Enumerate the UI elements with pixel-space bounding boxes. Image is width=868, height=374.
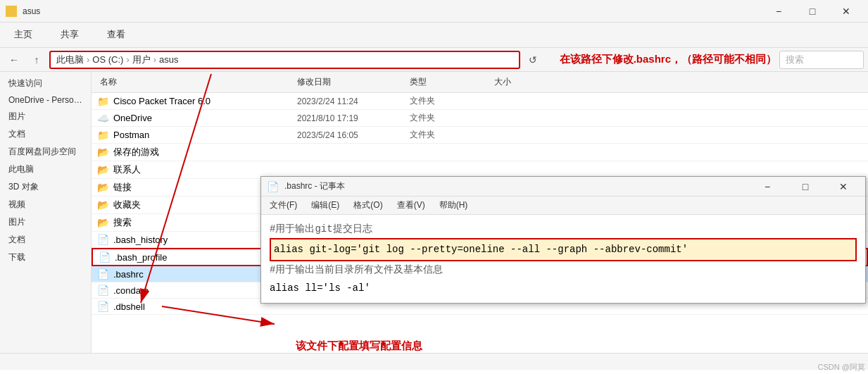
file-name: 联系人 [113,163,141,176]
status-bar [0,353,868,370]
sidebar-item-onedrive[interactable]: OneDrive - Personal [0,92,91,108]
notepad-minimize[interactable]: − [751,175,784,198]
watermark: CSDN @阿莫 [815,361,868,374]
folder-icon: 📁 [97,130,109,141]
sidebar-item-baidu[interactable]: 百度网盘同步空间 [0,143,91,161]
sidebar-item-docs2[interactable]: 文档 [0,231,91,249]
code-comment-1: #用于输出git提交日志 [270,220,857,238]
address-annotation: 在该路径下修改.bashrc，（路径可能不相同） [560,53,776,66]
menu-view[interactable]: 查看(V) [391,198,431,213]
special-folder-icon: 📂 [97,182,109,193]
menu-file[interactable]: 文件(F) [264,198,303,213]
notepad-close[interactable]: ✕ [827,175,860,198]
sidebar-item-docs[interactable]: 文档 [0,125,91,143]
file-date: 2023/2/24 11:24 [294,96,407,106]
address-box[interactable]: 此电脑 › OS (C:) › 用户 › asus [49,51,520,69]
notepad-titlebar: 📄 .bashrc - 记事本 − □ ✕ [261,177,865,197]
window-icon [6,6,17,17]
file-icon: 📄 [99,251,111,263]
search-placeholder: 搜索 [786,54,804,66]
file-name-cell: 📂 联系人 [97,163,294,176]
file-name: .bashrc [113,269,144,280]
notepad-title: .bashrc - 记事本 [284,180,746,192]
sidebar-item-pictures[interactable]: 图片 [0,108,91,125]
sidebar-item-pictures2[interactable]: 图片 [0,213,91,231]
table-row[interactable]: 📁 Cisco Packet Tracer 6.0 2023/2/24 11:2… [92,93,868,110]
notepad-window: 📄 .bashrc - 记事本 − □ ✕ 文件(F) 编辑(E) 格式(O) … [260,176,866,304]
file-name: 收藏夹 [113,199,141,211]
file-name-cell: 📁 Postman [97,130,294,141]
sidebar-item-3d[interactable]: 3D 对象 [0,178,91,196]
back-button[interactable]: ← [4,50,24,70]
file-name: 保存的游戏 [113,146,159,158]
file-icon: 📄 [97,234,109,245]
file-type: 文件夹 [407,129,491,141]
breadcrumb-pc: 此电脑 [56,54,84,66]
breadcrumb-os: OS (C:) [92,54,123,65]
col-name[interactable]: 名称 [97,75,294,89]
folder-icon: 📁 [97,96,109,107]
sidebar: 快速访问 OneDrive - Personal 图片 文档 百度网盘同步空间 … [0,72,92,353]
file-name: OneDrive [113,113,152,123]
table-row[interactable]: 📂 保存的游戏 [92,144,868,161]
window-controls: − □ ✕ [762,0,862,23]
file-type: 文件夹 [407,112,491,124]
sidebar-item-quickaccess[interactable]: 快速访问 [0,75,91,92]
sidebar-item-downloads[interactable]: 下载 [0,249,91,266]
code-alias-ll: alias ll='ls -al' [270,280,857,297]
breadcrumb: 此电脑 › OS (C:) › 用户 › asus [56,54,179,66]
file-name-cell: 📁 Cisco Packet Tracer 6.0 [97,96,294,107]
tab-home[interactable]: 主页 [6,24,41,46]
cloud-folder-icon: ☁️ [97,113,109,124]
menu-format[interactable]: 格式(O) [348,198,388,213]
minimize-button[interactable]: − [762,0,795,23]
file-icon: 📄 [97,285,109,296]
notepad-content[interactable]: #用于输出git提交日志 alias git-log='git log --pr… [261,215,865,303]
file-list-header: 名称 修改日期 类型 大小 [92,72,868,93]
file-name: .condarc [113,285,149,296]
ribbon: 主页 共享 查看 [0,23,868,48]
file-name: Cisco Packet Tracer 6.0 [113,96,210,106]
file-name: .bash_history [113,235,168,245]
col-type[interactable]: 类型 [407,75,491,89]
title-bar: asus − □ ✕ [0,0,868,23]
address-bar-row: ← ↑ 此电脑 › OS (C:) › 用户 › asus ↺ 在该路径下修改.… [0,48,868,72]
window-title: asus [23,6,762,16]
col-date[interactable]: 修改日期 [294,75,407,89]
file-name: 链接 [113,181,132,194]
tab-share[interactable]: 共享 [52,24,87,46]
table-row[interactable]: ☁️ OneDrive 2021/8/10 17:19 文件夹 [92,110,868,127]
notepad-menu: 文件(F) 编辑(E) 格式(O) 查看(V) 帮助(H) [261,197,865,215]
file-name-cell: ☁️ OneDrive [97,113,294,124]
maximize-button[interactable]: □ [796,0,829,23]
refresh-button[interactable]: ↺ [523,50,543,70]
app-window: asus − □ ✕ 主页 共享 查看 ← ↑ 此电脑 › OS (C:) › … [0,0,868,374]
col-size[interactable]: 大小 [491,75,562,89]
breadcrumb-asus: asus [159,54,178,65]
special-folder-icon: 📂 [97,147,109,158]
bottom-annotation: 该文件下配置填写配置信息 [296,339,422,353]
file-date: 2023/5/24 16:05 [294,130,407,140]
file-type: 文件夹 [407,95,491,107]
special-folder-icon: 📂 [97,199,109,211]
file-name: Postman [113,130,149,140]
file-name: .dbshell [113,301,145,312]
file-name-cell: 📂 保存的游戏 [97,146,294,158]
special-folder-icon: 📂 [97,164,109,175]
menu-help[interactable]: 帮助(H) [434,198,474,213]
close-button[interactable]: ✕ [830,0,862,23]
search-box[interactable]: 搜索 [779,51,864,69]
file-icon: 📄 [97,301,109,312]
special-folder-icon: 📂 [97,217,109,228]
file-icon: 📄 [97,268,109,280]
file-name: .bash_profile [115,252,167,263]
table-row[interactable]: 📁 Postman 2023/5/24 16:05 文件夹 [92,127,868,144]
forward-button[interactable]: ↑ [27,50,46,70]
notepad-maximize[interactable]: □ [789,175,822,198]
sidebar-item-thispc[interactable]: 此电脑 [0,161,91,178]
sidebar-item-video[interactable]: 视频 [0,196,91,213]
file-name: 搜索 [113,216,132,229]
breadcrumb-users: 用户 [132,54,151,66]
menu-edit[interactable]: 编辑(E) [306,198,345,213]
tab-view[interactable]: 查看 [99,24,134,46]
